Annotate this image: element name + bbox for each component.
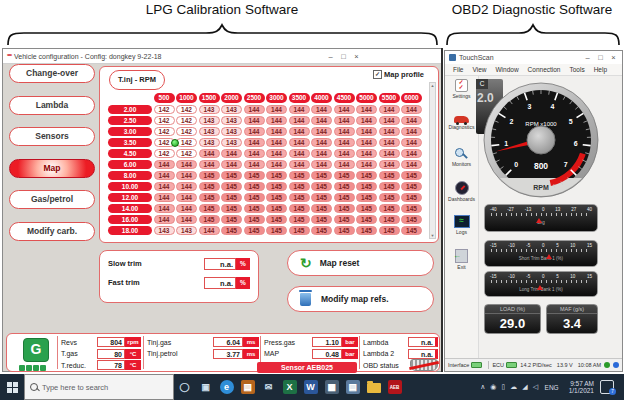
map-cell[interactable]: 145 <box>244 171 265 181</box>
tray-contact-icon[interactable]: ◉ <box>490 383 496 391</box>
map-cell[interactable]: 143 <box>199 127 220 137</box>
map-cell[interactable]: 144 <box>266 160 287 170</box>
map-cell[interactable]: 145 <box>334 171 355 181</box>
map-row-header[interactable]: 2.00 <box>108 105 152 115</box>
map-cell[interactable]: 144 <box>356 138 377 148</box>
map-cell[interactable]: 144 <box>266 105 287 115</box>
sidebar-button-map[interactable]: Map <box>9 159 95 178</box>
map-cell[interactable]: 145 <box>356 182 377 192</box>
map-cell[interactable]: 145 <box>356 171 377 181</box>
map-cell[interactable]: 144 <box>289 138 310 148</box>
map-cell[interactable]: 145 <box>401 204 422 214</box>
map-cell[interactable]: 145 <box>221 171 242 181</box>
map-cell[interactable]: 144 <box>176 160 197 170</box>
map-cell[interactable]: 145 <box>221 182 242 192</box>
map-cell[interactable]: 144 <box>266 149 287 159</box>
map-cell[interactable]: 143 <box>221 127 242 137</box>
language-indicator[interactable]: ENG <box>545 384 559 391</box>
sidebar-button-change-over[interactable]: Change-over <box>9 64 95 83</box>
taskbar-clock[interactable]: 9:57 AM 1/1/2021 <box>569 380 594 394</box>
map-cell[interactable]: 145 <box>244 215 265 225</box>
map-profile-checkbox[interactable]: Map profile <box>373 70 424 79</box>
taskbar-app[interactable]: ▣ <box>195 374 216 400</box>
sidebar-button-modify-carb[interactable]: Modify carb. <box>9 222 95 241</box>
map-cell[interactable]: 144 <box>244 127 265 137</box>
tray-chevron-icon[interactable]: ∧ <box>480 383 485 391</box>
map-cell[interactable]: 145 <box>334 215 355 225</box>
map-cell[interactable]: 145 <box>379 171 400 181</box>
taskbar-app[interactable]: AEB <box>384 374 405 400</box>
map-row-header[interactable]: 12.00 <box>108 193 152 203</box>
map-cell[interactable]: 144 <box>401 138 422 148</box>
map-cell[interactable]: 144 <box>401 127 422 137</box>
map-cell[interactable]: 145 <box>379 215 400 225</box>
map-cell[interactable]: 145 <box>379 182 400 192</box>
map-cell[interactable]: 145 <box>379 226 400 236</box>
map-cell[interactable]: 142 <box>154 116 175 126</box>
map-cell[interactable]: 145 <box>266 226 287 236</box>
map-cell[interactable]: 142 <box>176 127 197 137</box>
map-cell[interactable]: 144 <box>199 160 220 170</box>
start-button[interactable] <box>0 374 24 400</box>
sidebar-item-diagnostics[interactable]: Diagnostics <box>445 110 478 144</box>
modify-map-refs-button[interactable]: Modify map refs. <box>287 286 434 312</box>
map-cell[interactable]: 144 <box>199 226 220 236</box>
map-cell[interactable]: 145 <box>311 171 332 181</box>
map-cell[interactable]: 144 <box>379 127 400 137</box>
map-cell[interactable]: 145 <box>244 204 265 214</box>
map-cell[interactable]: 143 <box>199 138 220 148</box>
map-cell[interactable]: 144 <box>401 116 422 126</box>
map-cell[interactable]: 145 <box>266 171 287 181</box>
map-cell[interactable]: 144 <box>244 160 265 170</box>
map-cell[interactable]: 145 <box>221 204 242 214</box>
map-cell[interactable]: 145 <box>311 226 332 236</box>
battery-icon[interactable]: ▯ <box>501 383 505 391</box>
map-column-header[interactable]: 4500 <box>334 93 355 103</box>
map-cell[interactable]: 142 <box>154 127 175 137</box>
map-cell[interactable]: 145 <box>311 193 332 203</box>
map-cell[interactable]: 144 <box>154 204 175 214</box>
taskbar-app[interactable]: ▤ <box>237 374 258 400</box>
map-cell[interactable]: 144 <box>401 105 422 115</box>
taskbar-app[interactable]: ▤ <box>342 374 363 400</box>
map-cell[interactable]: 143 <box>221 116 242 126</box>
map-cell[interactable]: 144 <box>154 182 175 192</box>
taskbar-app[interactable]: ▦ <box>321 374 342 400</box>
taskbar-app[interactable]: W <box>300 374 321 400</box>
map-table-scrollbar[interactable] <box>429 82 436 239</box>
map-cell[interactable]: 144 <box>356 116 377 126</box>
map-cell[interactable]: 143 <box>221 138 242 148</box>
map-cell[interactable]: 145 <box>221 215 242 225</box>
sidebar-item-exit[interactable]: Exit <box>445 246 478 280</box>
search-box[interactable]: Type here to search <box>24 374 174 400</box>
map-column-header[interactable]: 1000 <box>176 93 197 103</box>
map-column-header[interactable]: 3000 <box>266 93 287 103</box>
map-cell[interactable]: 145 <box>244 226 265 236</box>
map-cell[interactable]: 144 <box>176 204 197 214</box>
map-cell[interactable]: 145 <box>401 171 422 181</box>
map-cell[interactable]: 144 <box>176 182 197 192</box>
map-cell[interactable]: 144 <box>289 127 310 137</box>
map-cell[interactable]: 145 <box>244 182 265 192</box>
map-cell[interactable]: 145 <box>199 182 220 192</box>
map-cell[interactable]: 143 <box>199 105 220 115</box>
map-row-header[interactable]: 3.50 <box>108 138 152 148</box>
map-cell[interactable]: 144 <box>221 160 242 170</box>
map-cell[interactable]: 142 <box>154 105 175 115</box>
map-column-header[interactable]: 1500 <box>199 93 220 103</box>
map-cell[interactable]: 144 <box>244 149 265 159</box>
map-cell[interactable]: 145 <box>199 171 220 181</box>
map-cell[interactable]: 145 <box>401 182 422 192</box>
map-cell[interactable]: 145 <box>199 204 220 214</box>
menu-item-tools[interactable]: Tools <box>569 66 584 73</box>
map-cell[interactable]: 144 <box>266 116 287 126</box>
sidebar-item-dashboards[interactable]: Dashboards <box>445 178 478 212</box>
map-cell[interactable]: 145 <box>244 193 265 203</box>
map-cell[interactable]: 145 <box>221 193 242 203</box>
taskbar-app[interactable]: ◯ <box>174 374 195 400</box>
map-cell[interactable]: 145 <box>334 182 355 192</box>
lpg-minimize-button[interactable]: – <box>324 52 337 61</box>
volume-icon[interactable]: ◁ <box>533 383 538 391</box>
map-cell[interactable]: 142 <box>176 138 197 148</box>
map-cell[interactable]: 144 <box>334 127 355 137</box>
